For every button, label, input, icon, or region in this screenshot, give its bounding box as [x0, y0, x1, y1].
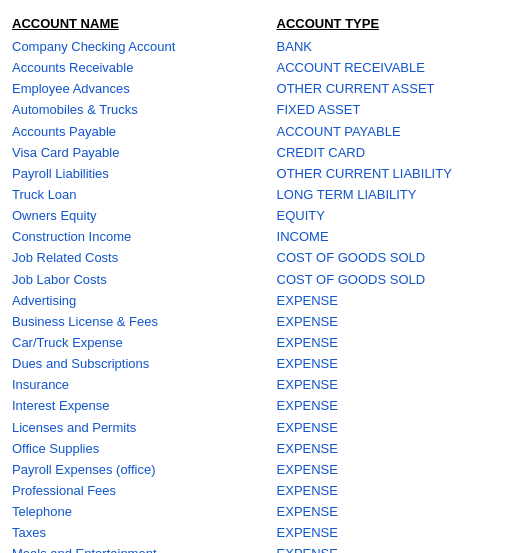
account-name-cell[interactable]: Accounts Payable [12, 122, 277, 142]
account-name-cell[interactable]: Job Related Costs [12, 248, 277, 268]
account-name-cell[interactable]: Automobiles & Trucks [12, 100, 277, 120]
account-type-cell: EXPENSE [277, 312, 493, 332]
account-name-cell[interactable]: Payroll Expenses (office) [12, 460, 277, 480]
table-row: Accounts PayableACCOUNT PAYABLE [12, 122, 493, 142]
account-name-cell[interactable]: Payroll Liabilities [12, 164, 277, 184]
account-type-cell: EXPENSE [277, 333, 493, 353]
account-name-cell[interactable]: Job Labor Costs [12, 270, 277, 290]
account-name-cell[interactable]: Professional Fees [12, 481, 277, 501]
account-type-cell: EXPENSE [277, 354, 493, 374]
account-name-cell[interactable]: Owners Equity [12, 206, 277, 226]
account-name-cell[interactable]: Accounts Receivable [12, 58, 277, 78]
account-type-cell: EQUITY [277, 206, 493, 226]
table-row: Company Checking AccountBANK [12, 37, 493, 57]
account-name-cell[interactable]: Meals and Entertainment [12, 544, 277, 553]
account-type-cell: EXPENSE [277, 375, 493, 395]
account-name-cell[interactable]: Company Checking Account [12, 37, 277, 57]
table-row: Employee AdvancesOTHER CURRENT ASSET [12, 79, 493, 99]
account-name-cell[interactable]: Telephone [12, 502, 277, 522]
account-name-cell[interactable]: Advertising [12, 291, 277, 311]
account-type-cell: ACCOUNT RECEIVABLE [277, 58, 493, 78]
account-type-cell: OTHER CURRENT LIABILITY [277, 164, 493, 184]
table-row: Interest ExpenseEXPENSE [12, 396, 493, 416]
table-row: Owners EquityEQUITY [12, 206, 493, 226]
account-type-cell: EXPENSE [277, 481, 493, 501]
table-row: Truck LoanLONG TERM LIABILITY [12, 185, 493, 205]
table-row: Construction IncomeINCOME [12, 227, 493, 247]
table-row: Payroll LiabilitiesOTHER CURRENT LIABILI… [12, 164, 493, 184]
table-row: Accounts ReceivableACCOUNT RECEIVABLE [12, 58, 493, 78]
account-name-cell[interactable]: Employee Advances [12, 79, 277, 99]
column-header-name: ACCOUNT NAME [12, 16, 119, 31]
account-type-cell: FIXED ASSET [277, 100, 493, 120]
account-name-cell[interactable]: Interest Expense [12, 396, 277, 416]
table-row: Meals and EntertainmentEXPENSE [12, 544, 493, 553]
account-type-cell: EXPENSE [277, 523, 493, 543]
account-type-cell: LONG TERM LIABILITY [277, 185, 493, 205]
account-name-cell[interactable]: Licenses and Permits [12, 418, 277, 438]
table-row: Business License & FeesEXPENSE [12, 312, 493, 332]
table-row: InsuranceEXPENSE [12, 375, 493, 395]
accounts-table: ACCOUNT NAME ACCOUNT TYPE Company Checki… [12, 16, 493, 553]
account-type-cell: INCOME [277, 227, 493, 247]
table-row: Payroll Expenses (office)EXPENSE [12, 460, 493, 480]
account-name-cell[interactable]: Insurance [12, 375, 277, 395]
account-type-cell: EXPENSE [277, 439, 493, 459]
table-row: Job Labor CostsCOST OF GOODS SOLD [12, 270, 493, 290]
account-type-cell: BANK [277, 37, 493, 57]
account-type-cell: EXPENSE [277, 418, 493, 438]
account-name-cell[interactable]: Construction Income [12, 227, 277, 247]
table-header: ACCOUNT NAME ACCOUNT TYPE [12, 16, 493, 31]
account-name-cell[interactable]: Business License & Fees [12, 312, 277, 332]
column-header-type: ACCOUNT TYPE [277, 16, 380, 31]
account-type-cell: OTHER CURRENT ASSET [277, 79, 493, 99]
table-body: Company Checking AccountBANKAccounts Rec… [12, 37, 493, 553]
account-name-cell[interactable]: Car/Truck Expense [12, 333, 277, 353]
table-row: Office SuppliesEXPENSE [12, 439, 493, 459]
account-name-cell[interactable]: Taxes [12, 523, 277, 543]
account-name-cell[interactable]: Dues and Subscriptions [12, 354, 277, 374]
account-name-cell[interactable]: Office Supplies [12, 439, 277, 459]
account-name-cell[interactable]: Visa Card Payable [12, 143, 277, 163]
account-type-cell: COST OF GOODS SOLD [277, 248, 493, 268]
table-row: Dues and SubscriptionsEXPENSE [12, 354, 493, 374]
table-row: Job Related CostsCOST OF GOODS SOLD [12, 248, 493, 268]
account-type-cell: EXPENSE [277, 502, 493, 522]
table-row: TelephoneEXPENSE [12, 502, 493, 522]
table-row: Automobiles & TrucksFIXED ASSET [12, 100, 493, 120]
table-row: Car/Truck ExpenseEXPENSE [12, 333, 493, 353]
table-row: Visa Card PayableCREDIT CARD [12, 143, 493, 163]
account-name-cell[interactable]: Truck Loan [12, 185, 277, 205]
account-type-cell: EXPENSE [277, 396, 493, 416]
account-type-cell: COST OF GOODS SOLD [277, 270, 493, 290]
table-row: AdvertisingEXPENSE [12, 291, 493, 311]
account-type-cell: CREDIT CARD [277, 143, 493, 163]
account-type-cell: ACCOUNT PAYABLE [277, 122, 493, 142]
account-type-cell: EXPENSE [277, 291, 493, 311]
table-row: Licenses and PermitsEXPENSE [12, 418, 493, 438]
table-row: Professional FeesEXPENSE [12, 481, 493, 501]
table-row: TaxesEXPENSE [12, 523, 493, 543]
account-type-cell: EXPENSE [277, 544, 493, 553]
account-type-cell: EXPENSE [277, 460, 493, 480]
